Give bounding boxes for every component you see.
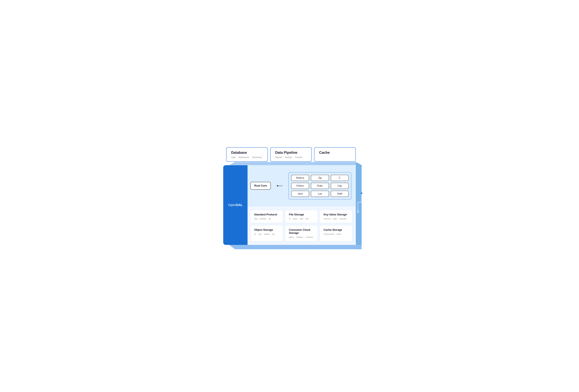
circuit-decoration [357,181,367,229]
storage-card-subs-file-storage: fsazdfshdfsipfs [289,218,314,220]
storage-sub-label: memcached [324,233,334,235]
lang-box-lua: Lua [311,191,329,197]
storage-card-title-key-value-storage: Key-Value Storage [324,213,349,216]
arrow-line [277,186,283,186]
top-row: Database LakeWarehouseStreaming Data Pip… [223,147,356,162]
storage-sub-label: redis [333,218,337,220]
storage-sub-label: azdfs [293,218,297,220]
lang-box-python: Python [291,183,309,189]
storage-sub-label: gcs [259,233,262,235]
storage-card-subs-key-value-storage: memoryredisrocksdb [324,218,349,220]
svg-point-7 [363,211,366,213]
storage-card-title-cache-storage: Cache Storage [324,228,349,232]
top-card-subs-data-pipeline: MigrateBackupTransfer [275,156,307,158]
top-card-title-cache: Cache [319,151,351,155]
storage-sub-label: azblob [264,233,270,235]
storage-card-consumer-cloud-storage: Consumer Cloud Storage gdrivedropboxoned… [285,225,318,241]
svg-point-0 [361,192,362,194]
storage-card-subs-cache-storage: memcachedmoka [324,233,349,235]
svg-point-4 [357,211,359,213]
lang-grid: Node.jsZigCPythonRubyCppJavaLuaSwift [291,175,349,197]
storage-card-title-consumer-cloud-storage: Consumer Cloud Storage [289,228,314,235]
storage-card-object-storage: Object Storage s3gcsazbloboss [250,225,283,241]
main-box: OpenDAL Rust Core Node.jsZigCPythonRubyC… [223,165,356,245]
storage-grid: Standard Protocol httpwebdavftp File Sto… [250,210,352,241]
lang-grid-wrapper: Node.jsZigCPythonRubyCppJavaLuaSwift [289,172,351,200]
storage-card-key-value-storage: Key-Value Storage memoryredisrocksdb [320,210,352,223]
opendal-logo: OpenDAL [228,203,243,207]
storage-card-cache-storage: Cache Storage memcachedmoka [320,225,352,241]
sub-label: Migrate [275,156,282,158]
storage-sub-label: s3 [254,233,256,235]
top-card-subs-database: LakeWarehouseStreaming [231,156,263,158]
sidebar: OpenDAL [223,165,248,245]
storage-sub-label: oss [272,233,275,235]
storage-card-title-standard-protocol: Standard Protocol [254,213,279,216]
storage-card-title-file-storage: File Storage [289,213,314,216]
storage-card-file-storage: File Storage fsazdfshdfsipfs [285,210,318,223]
lang-box-c: C [331,175,349,181]
lang-box-zig: Zig [311,175,329,181]
circuit-svg [357,181,367,229]
storage-sub-label: http [254,218,257,220]
storage-sub-label: fs [289,218,290,220]
diagram-container: Database LakeWarehouseStreaming Data Pip… [223,147,356,245]
storage-sub-label: webdav [260,218,266,220]
top-card-title-database: Database [231,151,263,155]
storage-card-subs-object-storage: s3gcsazbloboss [254,233,279,235]
rust-core-box: Rust Core [250,182,271,190]
rust-core-label: Rust Core [254,184,267,187]
box-bottom-face [229,245,362,249]
lang-box-nodejs: Node.js [291,175,309,181]
box-top-face [229,162,362,165]
sub-label: Backup [285,156,292,158]
top-card-data-pipeline: Data Pipeline MigrateBackupTransfer [270,147,312,162]
storage-card-standard-protocol: Standard Protocol httpwebdavftp [250,210,283,223]
storage-sub-label: hdfs [300,218,303,220]
lang-box-java: Java [291,191,309,197]
arrow-container [277,186,283,186]
storage-card-subs-standard-protocol: httpwebdavftp [254,218,279,220]
top-card-database: Database LakeWarehouseStreaming [226,147,268,162]
sub-label: Streaming [252,156,261,158]
storage-sub-label: dropbox [296,236,303,238]
opendal-bold: DAL [236,203,243,207]
storage-sub-label: memory [324,218,330,220]
storage-sub-label: ipfs [305,218,308,220]
sub-label: Lake [231,156,236,158]
storage-card-title-object-storage: Object Storage [254,228,279,232]
lang-box-cpp: Cpp [331,183,349,189]
storage-sub-label: gdrive [289,236,294,238]
storage-sub-label: onedrive [306,236,313,238]
storage-sub-label: ftp [269,218,271,220]
box-inner: OpenDAL Rust Core Node.jsZigCPythonRubyC… [223,165,356,245]
sub-label: Transfer [295,156,302,158]
top-card-cache: Cache [314,147,356,162]
storage-sub-label: moka [336,233,341,235]
lang-box-ruby: Ruby [311,183,329,189]
lang-box-swift: Swift [331,191,349,197]
storage-sub-label: rocksdb [339,218,346,220]
storage-card-subs-consumer-cloud-storage: gdrivedropboxonedrive [289,236,314,238]
sub-label: Warehouse [238,156,249,158]
top-card-title-data-pipeline: Data Pipeline [275,151,307,155]
